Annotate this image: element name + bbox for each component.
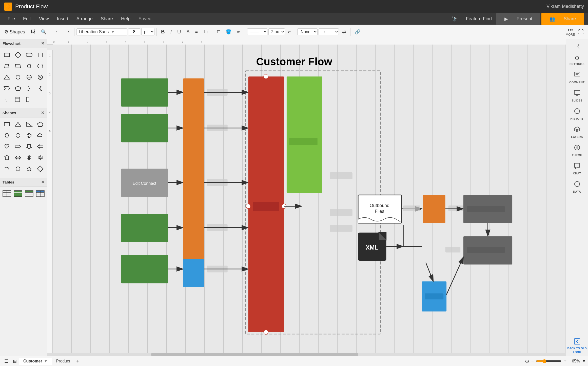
add-tab-button[interactable]: + — [74, 357, 82, 365]
shape-basic-pent[interactable] — [35, 119, 45, 129]
scrollbar-thumb[interactable] — [151, 353, 358, 356]
shape-4arrow[interactable] — [35, 153, 45, 162]
shape-note[interactable] — [13, 95, 23, 104]
diagram-svg[interactable]: Customer Flow Edit Connect — [53, 45, 566, 353]
blue-bar-left[interactable] — [183, 259, 204, 287]
layers-panel-button[interactable]: LAYERS — [566, 123, 588, 141]
shape-basic-circle2[interactable] — [13, 164, 23, 174]
undo-button[interactable]: ← — [53, 28, 62, 36]
shape-heart[interactable] — [2, 142, 12, 151]
menu-file[interactable]: File — [4, 15, 18, 23]
table-style-1[interactable] — [2, 189, 12, 198]
shape-bidir-h[interactable] — [13, 153, 23, 162]
font-unit-select[interactable]: ptpx — [141, 28, 154, 35]
tab-product[interactable]: Product — [52, 358, 74, 364]
diagram-canvas[interactable]: Customer Flow Edit Connect — [53, 45, 566, 353]
menu-help[interactable]: Help — [117, 15, 134, 23]
font-color-button[interactable]: A — [184, 28, 192, 36]
shapes-button[interactable]: ⚙ FlowchartShapes — [2, 28, 27, 36]
light-green-bar[interactable] — [287, 76, 322, 193]
present-button[interactable]: ▶ Present — [496, 13, 540, 25]
shape-outline-button[interactable]: □ — [215, 28, 222, 36]
table-style-2[interactable] — [13, 189, 23, 198]
shape-arrow-left[interactable] — [35, 142, 45, 151]
shape-circle-plus[interactable] — [24, 72, 34, 82]
shape-star[interactable] — [24, 164, 34, 174]
underline-button[interactable]: U — [175, 28, 183, 36]
share-button[interactable]: 👥 Share — [541, 13, 584, 25]
green-box-3[interactable] — [121, 214, 168, 242]
horizontal-scrollbar[interactable] — [47, 353, 566, 356]
menu-arrange[interactable]: Arrange — [73, 15, 96, 23]
shape-basic-rect[interactable] — [2, 119, 12, 129]
menu-edit[interactable]: Edit — [19, 15, 34, 23]
zoom-fit-button[interactable]: ⊙ — [525, 358, 529, 364]
chat-panel-button[interactable]: CHAT — [566, 160, 588, 177]
tab-customer[interactable]: Customer ▼ — [19, 358, 52, 365]
shape-trapezoid[interactable] — [2, 61, 12, 71]
font-selector[interactable]: Liberation Sans ▼ — [76, 28, 127, 35]
table-style-4[interactable] — [35, 189, 45, 198]
shape-diamond[interactable] — [13, 50, 23, 60]
menu-view[interactable]: View — [35, 15, 52, 23]
shape-arrow-right[interactable] — [13, 142, 23, 151]
green-box-4[interactable] — [121, 255, 168, 283]
shape-brace-r[interactable] — [24, 84, 34, 93]
shape-curved-arrow[interactable] — [2, 164, 12, 174]
grid-view-button[interactable]: ⊞ — [11, 357, 19, 365]
italic-button[interactable]: I — [168, 28, 174, 36]
arrow-end-select[interactable]: →None← — [319, 28, 339, 35]
shape-triangle[interactable] — [2, 72, 12, 82]
theme-panel-button[interactable]: THEME — [566, 141, 588, 159]
red-bar-top-handle[interactable] — [264, 74, 268, 79]
settings-panel-button[interactable]: ⚙ SETTINGS — [566, 52, 588, 68]
shapes-close[interactable]: ✕ — [41, 110, 44, 115]
menu-insert[interactable]: Insert — [53, 15, 72, 23]
shape-circle[interactable] — [13, 72, 23, 82]
feature-find[interactable]: 🔭 Feature Find — [448, 15, 495, 23]
flowchart-close[interactable]: ✕ — [41, 41, 44, 46]
zoom-out-button[interactable]: − — [531, 358, 534, 364]
tables-close[interactable]: ✕ — [41, 180, 44, 185]
text-format-button[interactable]: T↕ — [201, 28, 211, 36]
image-insert-button[interactable]: 🖼 — [28, 28, 37, 36]
shape-circle-x[interactable] — [35, 72, 45, 82]
shape-basic-circle[interactable] — [13, 131, 23, 140]
link-button[interactable]: 🔗 — [352, 28, 363, 36]
shape-parallelogram[interactable] — [13, 61, 23, 71]
line-style-select[interactable]: ——- - -· · · — [247, 28, 267, 35]
shape-octagon[interactable] — [35, 61, 45, 71]
red-bar-bottom-handle[interactable] — [264, 330, 268, 334]
line-width-select[interactable]: 2 px1 px3 px4 px — [268, 28, 285, 35]
shape-basic-hex[interactable] — [2, 131, 12, 140]
tab-customer-dropdown[interactable]: ▼ — [44, 359, 48, 363]
comment-panel-button[interactable]: COMMENT — [566, 69, 588, 86]
shape-right-tri[interactable] — [24, 119, 34, 129]
red-bar-left-handle[interactable] — [246, 204, 250, 209]
back-to-old-button[interactable]: BACK TO OLD LOOK — [566, 336, 588, 356]
table-style-3[interactable] — [24, 189, 34, 198]
data-panel-button[interactable]: i DATA — [566, 178, 588, 196]
green-box-1[interactable] — [121, 78, 168, 107]
shape-rect[interactable] — [2, 50, 12, 60]
shape-arrow-down[interactable] — [24, 142, 34, 151]
line-color-button[interactable]: ✏ — [234, 28, 243, 36]
zoom-slider[interactable] — [536, 359, 561, 363]
search-button[interactable]: 🔍 — [38, 28, 49, 36]
text-align-button[interactable]: ≡ — [193, 28, 200, 36]
shape-cross[interactable] — [24, 131, 34, 140]
shape-round[interactable] — [24, 50, 34, 60]
more-button[interactable]: ••• MORE — [566, 27, 575, 36]
bold-button[interactable]: B — [159, 28, 167, 36]
fill-color-button[interactable]: 🪣 — [223, 28, 233, 36]
history-panel-button[interactable]: HISTORY — [566, 105, 588, 123]
arrow-start-select[interactable]: None→← — [297, 28, 318, 35]
shape-hexagon[interactable] — [24, 61, 34, 71]
fullscreen-button[interactable]: ⛶ — [576, 27, 586, 36]
shape-basic-diamond[interactable] — [35, 164, 45, 174]
shape-pentagon[interactable] — [13, 84, 23, 93]
orange-bar[interactable] — [183, 78, 204, 259]
collapse-panel-button[interactable]: 《 — [573, 41, 582, 52]
shape-brace-l[interactable] — [35, 84, 45, 93]
shape-basic-tri[interactable] — [13, 119, 23, 129]
